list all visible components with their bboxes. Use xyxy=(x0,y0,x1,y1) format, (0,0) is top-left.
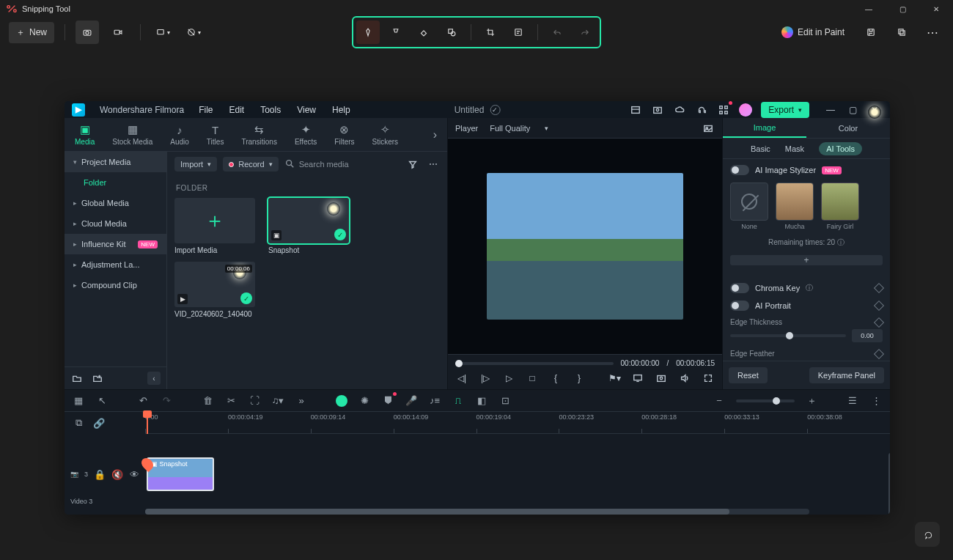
pen-tool[interactable] xyxy=(356,21,380,44)
more-actions-icon[interactable]: ⋯ xyxy=(427,158,440,171)
win-minimize[interactable]: — xyxy=(852,0,886,18)
ruler-tick[interactable]: 00:00:38:08 xyxy=(807,412,890,434)
keyframe-diamond[interactable] xyxy=(874,317,884,327)
tl-magnet-icon[interactable]: ⎍ xyxy=(452,394,465,408)
tab-transitions[interactable]: ⇆Transitions xyxy=(241,123,277,146)
side-global-media[interactable]: ▸Global Media xyxy=(65,193,166,213)
tabs-scroll-right[interactable]: › xyxy=(433,128,437,141)
shapes-tool[interactable] xyxy=(440,21,463,44)
ruler-tick[interactable]: 00:00:28:18 xyxy=(641,412,724,434)
tl-pointer-icon[interactable]: ↖ xyxy=(95,394,108,408)
copy-button[interactable] xyxy=(890,21,913,44)
tab-stickers[interactable]: ✧Stickers xyxy=(372,123,399,146)
video-thumb[interactable]: 00:00:06 ▶ ✓ xyxy=(174,262,255,307)
snapshot-button[interactable] xyxy=(655,372,668,385)
menu-help[interactable]: Help xyxy=(332,105,350,115)
new-folder-plus-icon[interactable] xyxy=(91,372,104,385)
timeline-hscroll[interactable] xyxy=(145,509,809,515)
zoom-out[interactable]: − xyxy=(713,394,726,408)
keyframe-diamond[interactable] xyxy=(874,301,884,311)
apps-icon[interactable] xyxy=(717,103,730,117)
keyframe-diamond[interactable] xyxy=(874,283,884,293)
side-cloud-media[interactable]: ▸Cloud Media xyxy=(65,213,166,234)
side-influence-kit[interactable]: ▸Influence KitNEW xyxy=(65,234,166,254)
ai-stylizer-toggle[interactable] xyxy=(730,165,749,175)
tl-crop[interactable]: ⛶ xyxy=(248,394,261,408)
export-button[interactable]: Export▾ xyxy=(761,102,809,118)
ruler-tick[interactable]: 00:00:33:13 xyxy=(724,412,807,434)
ruler-tick[interactable]: 0:00 xyxy=(145,412,228,434)
tl-copy-icon[interactable]: ⧉ xyxy=(72,416,85,430)
volume-button[interactable] xyxy=(678,372,691,385)
tl-render-indicator[interactable] xyxy=(336,395,347,407)
preview-media-icon[interactable] xyxy=(702,122,715,135)
style-mucha[interactable] xyxy=(776,183,814,221)
add-style-button[interactable]: + xyxy=(730,255,883,265)
tl-color-icon[interactable]: ✺ xyxy=(358,394,371,408)
floating-assist-button[interactable] xyxy=(915,522,940,547)
track-visible-icon[interactable]: 👁 xyxy=(129,468,139,481)
ruler-tick[interactable]: 00:00:04:19 xyxy=(228,412,311,434)
redo-button[interactable] xyxy=(573,21,597,44)
reset-button[interactable]: Reset xyxy=(729,367,768,383)
undo-button[interactable] xyxy=(545,21,569,44)
ruler-tick[interactable]: 00:00:09:14 xyxy=(311,412,394,434)
side-project-media[interactable]: ▾Project Media xyxy=(65,152,166,172)
quality-dropdown[interactable]: Full Quality▾ xyxy=(485,122,553,135)
new-folder-icon[interactable] xyxy=(70,372,84,385)
eraser-tool[interactable] xyxy=(412,21,435,44)
menu-view[interactable]: View xyxy=(297,105,316,115)
filmora-maximize[interactable]: ▢ xyxy=(845,102,861,118)
track-mute-icon[interactable]: 🔇 xyxy=(111,468,123,481)
chroma-toggle[interactable] xyxy=(730,283,749,293)
camera-mode-button[interactable] xyxy=(76,21,99,44)
screenshot-icon[interactable] xyxy=(651,103,664,117)
video-mode-button[interactable] xyxy=(106,21,130,44)
mark-in-button[interactable]: { xyxy=(549,372,562,385)
preview-image[interactable] xyxy=(487,173,683,320)
tl-view-mode[interactable]: ☰ xyxy=(846,394,859,408)
delay-dropdown[interactable]: ▾ xyxy=(182,21,205,44)
edit-in-paint-button[interactable]: Edit in Paint xyxy=(774,22,852,43)
keyframe-panel-button[interactable]: Keyframe Panel xyxy=(809,367,884,383)
menu-file[interactable]: File xyxy=(199,105,213,115)
display-icon[interactable] xyxy=(631,372,644,385)
save-button[interactable] xyxy=(859,21,883,44)
edge-thickness-value[interactable]: 0.00 xyxy=(852,329,883,342)
text-extract-tool[interactable] xyxy=(507,21,530,44)
tl-split[interactable]: ✂ xyxy=(224,394,238,408)
tl-redo[interactable]: ↷ xyxy=(160,394,173,408)
zoom-slider[interactable] xyxy=(736,399,795,402)
keyframe-diamond[interactable] xyxy=(874,348,884,358)
fullscreen-button[interactable] xyxy=(702,372,715,385)
side-compound[interactable]: ▸Compound Clip xyxy=(65,275,166,295)
subtab-basic[interactable]: Basic xyxy=(751,144,770,153)
zoom-in[interactable]: ＋ xyxy=(805,394,818,408)
playhead[interactable] xyxy=(147,412,148,434)
tl-delete[interactable]: 🗑 xyxy=(201,394,214,408)
more-button[interactable]: ⋯ xyxy=(921,21,944,44)
tab-stock-media[interactable]: ▦Stock Media xyxy=(112,123,152,146)
tl-mic-icon[interactable]: 🎤 xyxy=(405,394,418,408)
tab-filters[interactable]: ⊗Filters xyxy=(334,123,354,146)
side-adjustment[interactable]: ▸Adjustment La... xyxy=(65,254,166,275)
tl-undo[interactable]: ↶ xyxy=(136,394,150,408)
highlighter-tool[interactable] xyxy=(384,21,408,44)
menu-edit[interactable]: Edit xyxy=(229,105,245,115)
marker-dropdown[interactable]: ⚑▾ xyxy=(608,372,621,385)
timeline-clip[interactable]: ▣ Snapshot xyxy=(147,457,214,491)
subtab-ai-tools[interactable]: AI Tools xyxy=(819,142,862,155)
tl-settings[interactable]: ⋮ xyxy=(869,394,883,408)
tab-media[interactable]: ▣Media xyxy=(75,123,95,146)
snapshot-thumb[interactable]: ▣ ✓ xyxy=(268,198,349,243)
new-snip-button[interactable]: ＋ New xyxy=(9,22,54,43)
ruler-tick[interactable]: 00:00:23:23 xyxy=(559,412,641,434)
tl-grid-icon[interactable]: ▦ xyxy=(72,394,85,408)
subtab-mask[interactable]: Mask xyxy=(785,144,804,153)
crop-tool[interactable] xyxy=(479,21,502,44)
style-none[interactable] xyxy=(730,183,768,221)
menu-tools[interactable]: Tools xyxy=(260,105,281,115)
tl-audio-icon[interactable]: ♪≡ xyxy=(428,394,441,408)
prev-frame-button[interactable]: ◁| xyxy=(455,372,468,385)
style-fairy-girl[interactable] xyxy=(821,183,859,221)
